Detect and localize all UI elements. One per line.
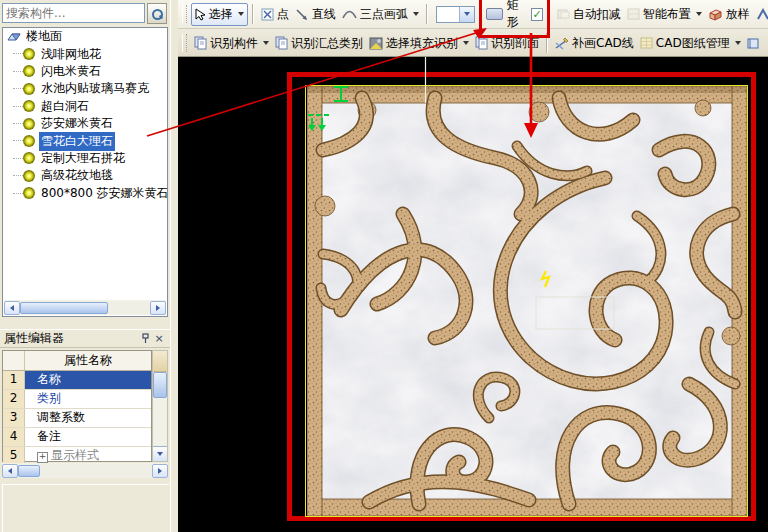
- rectangle-tool-group: 矩形 ✓: [481, 0, 548, 34]
- loft-button[interactable]: 放样: [705, 4, 753, 25]
- tree-item[interactable]: 800*800 莎安娜米黄石: [3, 185, 167, 202]
- property-editor-title: 属性编辑器: [4, 330, 138, 347]
- fill-identify-button[interactable]: 选择填充识别: [366, 33, 472, 54]
- tree-item[interactable]: 水池内贴玻璃马赛克: [3, 80, 167, 97]
- loft-label: 放样: [726, 6, 750, 23]
- scroll-right-button[interactable]: [152, 464, 168, 478]
- property-row-coefficient[interactable]: 3 调整系数: [3, 409, 151, 428]
- tree-item-label: 超白洞石: [39, 97, 91, 116]
- smart-layout-icon: [627, 8, 640, 20]
- draw-cad-line-button[interactable]: 补画CAD线: [552, 33, 637, 54]
- point-tool-button[interactable]: 点: [258, 4, 292, 25]
- cad-manage-button[interactable]: CAD图纸管理: [637, 33, 744, 54]
- tree-item-label: 800*800 莎安娜米黄石: [39, 184, 168, 203]
- identify-section-label: 识别剖面: [491, 35, 539, 52]
- component-tree: 楼地面 浅啡网地花 闪电米黄石 水池内贴玻璃马赛克 超白洞石 莎安娜米黄石: [2, 27, 168, 317]
- tree-item[interactable]: 定制大理石拼花: [3, 150, 167, 167]
- scroll-left-button[interactable]: [2, 464, 18, 478]
- scroll-right-button[interactable]: [150, 301, 166, 315]
- scroll-track[interactable]: [108, 302, 150, 314]
- draw-cad-line-label: 补画CAD线: [572, 35, 634, 52]
- auto-deduct-icon: [557, 8, 570, 20]
- header-corner-cell: [3, 351, 25, 370]
- tree-item[interactable]: 浅啡网地花: [3, 45, 167, 62]
- three-point-arc-button[interactable]: 三点画弧: [339, 4, 422, 25]
- header-attribute-name: 属性名称: [25, 351, 151, 370]
- material-flower-icon: [23, 118, 35, 130]
- property-row-remark[interactable]: 4 备注: [3, 428, 151, 447]
- tree-item[interactable]: 超白洞石: [3, 98, 167, 115]
- drawing-canvas[interactable]: [178, 57, 768, 532]
- combobox-dropdown-button[interactable]: [459, 7, 474, 22]
- close-icon[interactable]: ×: [152, 332, 166, 345]
- property-table: 属性名称 1 名称 2 类别 3 调整系数 4 备注 5 +显示样式: [2, 350, 152, 462]
- clipboard-icon: [275, 36, 288, 50]
- rectangle-checkbox[interactable]: ✓: [531, 8, 543, 21]
- tree-item-label: 高级花纹地毯: [39, 166, 115, 185]
- scroll-track[interactable]: [40, 465, 152, 477]
- clipboard-icon: [194, 36, 207, 50]
- row-number: 1: [3, 371, 25, 389]
- app-window: 楼地面 浅啡网地花 闪电米黄石 水池内贴玻璃马赛克 超白洞石 莎安娜米黄石: [0, 0, 768, 532]
- tree-item[interactable]: 高级花纹地毯: [3, 167, 167, 184]
- scroll-down-button[interactable]: [153, 446, 167, 461]
- search-input[interactable]: [2, 3, 145, 23]
- scroll-up-button[interactable]: [153, 351, 167, 372]
- line-label: 直线: [312, 6, 336, 23]
- toolbar-separator: [426, 4, 428, 24]
- material-flower-icon: [23, 152, 35, 164]
- tree-item[interactable]: 闪电米黄石: [3, 63, 167, 80]
- rectangle-icon[interactable]: [486, 8, 503, 20]
- clipboard-icon: [475, 36, 488, 50]
- tree-item-selected[interactable]: 雪花白大理石: [3, 132, 167, 149]
- scroll-thumb[interactable]: [153, 372, 167, 398]
- arrow-right-icon: [156, 305, 160, 311]
- material-flower-icon: [23, 83, 35, 95]
- identify-component-button[interactable]: 识别构件: [191, 33, 272, 54]
- toolbar-grip[interactable]: [182, 34, 187, 52]
- toolbar-grip[interactable]: [182, 5, 187, 23]
- partial-toolbar-button[interactable]: [744, 35, 760, 52]
- rectangle-label: 矩形: [507, 0, 528, 31]
- identify-summary-button[interactable]: 识别汇总类别: [272, 33, 366, 54]
- cad-grid-icon: [640, 37, 653, 49]
- identify-section-button[interactable]: 识别剖面: [472, 33, 542, 54]
- tree-item[interactable]: 莎安娜米黄石: [3, 115, 167, 132]
- material-flower-icon: [23, 100, 35, 112]
- tree-item-label: 雪花白大理石: [39, 132, 115, 151]
- tree-root-floor[interactable]: 楼地面: [3, 28, 167, 45]
- chevron-down-icon: [735, 41, 741, 45]
- scroll-thumb[interactable]: [20, 302, 108, 314]
- row-label: 类别: [25, 390, 151, 408]
- smart-layout-button[interactable]: 智能布置: [624, 4, 705, 25]
- tree-item-label: 定制大理石拼花: [39, 149, 127, 168]
- auto-deduct-button[interactable]: 自动扣减: [554, 4, 624, 25]
- scroll-thumb[interactable]: [18, 465, 40, 477]
- row-number: 3: [3, 409, 25, 427]
- tree-horizontal-scrollbar: [4, 300, 166, 315]
- expander-plus-icon[interactable]: +: [37, 452, 48, 463]
- row-number: 2: [3, 390, 25, 408]
- identify-toolbar: 识别构件 识别汇总类别 选择填充识别 识别剖面: [178, 29, 768, 57]
- search-button[interactable]: [147, 3, 167, 24]
- scroll-left-button[interactable]: [4, 301, 20, 315]
- property-editor-titlebar: 属性编辑器 ×: [0, 329, 170, 348]
- arc-icon: [342, 8, 357, 20]
- style-combobox[interactable]: [436, 6, 475, 23]
- line-tool-button[interactable]: 直线: [292, 4, 339, 25]
- property-row-category[interactable]: 2 类别: [3, 390, 151, 409]
- property-row-name[interactable]: 1 名称: [3, 371, 151, 390]
- select-tool-button[interactable]: 选择: [191, 3, 248, 26]
- material-flower-icon: [23, 65, 35, 77]
- point-icon: [261, 8, 274, 21]
- row-number: 4: [3, 428, 25, 446]
- material-flower-icon: [23, 135, 35, 147]
- loft-box-icon: [708, 8, 723, 21]
- arrow-right-icon: [158, 468, 162, 474]
- tree-item-label: 浅啡网地花: [39, 45, 103, 64]
- pin-icon[interactable]: [138, 332, 152, 345]
- material-flower-icon: [23, 187, 35, 199]
- marble-parquet-pattern: [307, 86, 747, 516]
- partial-toolbar-button[interactable]: [753, 6, 768, 23]
- arrow-left-icon: [10, 305, 14, 311]
